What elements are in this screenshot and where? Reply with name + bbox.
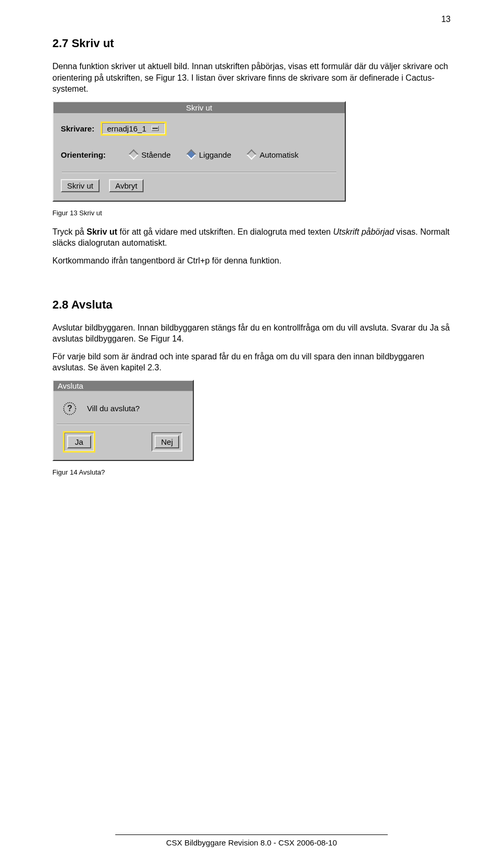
quit-dialog-title: Avsluta — [53, 381, 193, 391]
print-button[interactable]: Skriv ut — [61, 179, 100, 192]
para-press-print: Tryck på Skriv ut för att gå vidare med … — [52, 226, 451, 249]
separator — [62, 172, 336, 173]
radio-lying-label: Liggande — [199, 150, 232, 159]
quit-dialog: Avsluta ? Vill du avsluta? Ja Nej — [52, 380, 194, 461]
radio-auto[interactable]: Automatisk — [248, 150, 298, 159]
footer-text: CSX Bildbyggare Revision 8.0 - CSX 2006-… — [115, 834, 388, 847]
para-2-8-2: För varje bild som är ändrad och inte sp… — [52, 351, 451, 373]
printer-label: Skrivare: — [61, 124, 94, 133]
svg-text:?: ? — [67, 404, 72, 413]
orientation-label: Orientering: — [61, 150, 106, 159]
figure-13-caption: Figur 13 Skriv ut — [52, 209, 451, 217]
print-dialog-title: Skriv ut — [53, 102, 345, 113]
question-icon: ? — [62, 401, 78, 416]
combo-arrow-icon — [151, 126, 159, 131]
yes-button[interactable]: Ja — [67, 435, 91, 448]
radio-standing-label: Stående — [141, 150, 171, 159]
radio-auto-label: Automatisk — [259, 150, 298, 159]
no-button[interactable]: Nej — [155, 435, 179, 448]
diamond-icon — [128, 149, 139, 160]
figure-14-caption: Figur 14 Avsluta? — [52, 468, 451, 476]
no-button-wrap: Nej — [151, 432, 182, 452]
printer-combo-value: ernadj16_1 — [107, 124, 146, 133]
radio-standing[interactable]: Stående — [130, 150, 171, 159]
radio-lying[interactable]: Liggande — [188, 150, 232, 159]
print-dialog: Skriv ut Skrivare: ernadj16_1 Orienterin… — [52, 101, 346, 202]
diamond-icon — [247, 149, 257, 160]
page-number: 13 — [441, 15, 451, 24]
cancel-button[interactable]: Avbryt — [109, 179, 144, 192]
heading-2-8: 2.8 Avsluta — [52, 298, 451, 312]
quit-question-text: Vill du avsluta? — [87, 404, 140, 413]
printer-combo[interactable]: ernadj16_1 — [102, 123, 166, 135]
diamond-icon — [186, 149, 196, 160]
heading-2-7: 2.7 Skriv ut — [52, 37, 451, 50]
para-2-8-1: Avslutar bildbyggaren. Innan bildbyggare… — [52, 322, 451, 345]
para-2-7-intro: Denna funktion skriver ut aktuell bild. … — [52, 61, 451, 95]
para-shortcut: Kortkommando ifrån tangentbord är Ctrl+p… — [52, 255, 451, 267]
yes-button-wrap: Ja — [64, 432, 94, 452]
